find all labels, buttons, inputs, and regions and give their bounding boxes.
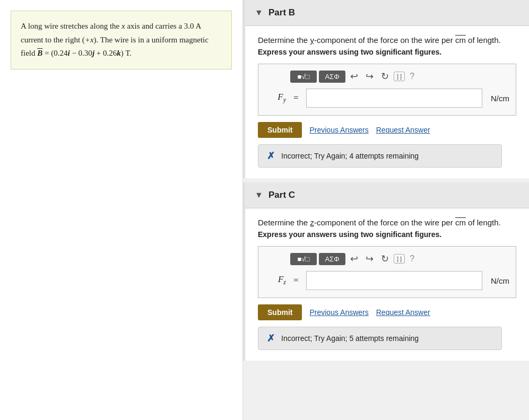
- part-c-answer-box: ■√□ AΣΦ ↩ ↪ ↻ ] ] ? Fz = N/cm: [258, 246, 516, 298]
- part-c-unit: N/cm: [491, 276, 509, 285]
- part-c-toolbar: ■√□ AΣΦ ↩ ↪ ↻ ] ] ?: [265, 252, 509, 266]
- part-b-refresh-btn[interactable]: ↻: [378, 69, 392, 83]
- part-b-label: Part B: [268, 7, 295, 18]
- part-b-collapse-icon: ▼: [255, 8, 263, 18]
- part-b-toolbar: ■√□ AΣΦ ↩ ↪ ↻ ] ] ?: [265, 69, 509, 83]
- part-b-formula-label: Fy: [265, 92, 286, 104]
- part-b-input-row: Fy = N/cm: [265, 89, 509, 108]
- part-b-math-btn[interactable]: ■√□: [290, 71, 317, 83]
- part-b-answer-input[interactable]: [306, 89, 482, 108]
- part-b-description: Determine the y-component of the force o…: [258, 36, 516, 45]
- part-c-component-label: z: [310, 218, 314, 227]
- part-b-section: ▼ Part B Determine the y-component of th…: [243, 0, 529, 178]
- part-b-action-row: Submit Previous Answers Request Answer: [258, 122, 516, 138]
- part-b-component-label: y: [310, 36, 314, 45]
- part-c-alpha-btn[interactable]: AΣΦ: [319, 253, 345, 265]
- part-c-collapse-icon: ▼: [255, 190, 263, 200]
- part-c-submit-button[interactable]: Submit: [258, 304, 302, 320]
- part-b-unit: N/cm: [491, 94, 509, 103]
- part-c-answer-input[interactable]: [306, 271, 482, 290]
- part-b-request-answer-link[interactable]: Request Answer: [376, 126, 430, 134]
- problem-text: A long wire stretches along the x axis a…: [21, 22, 209, 57]
- part-b-body: Determine the y-component of the force o…: [245, 26, 529, 178]
- part-c-section: ▼ Part C Determine the z-component of th…: [243, 182, 529, 361]
- problem-statement: A long wire stretches along the x axis a…: [11, 11, 232, 69]
- part-c-keyboard-btn[interactable]: ] ]: [394, 254, 405, 264]
- part-b-equals: =: [293, 93, 299, 103]
- part-c-formula-label: Fz: [265, 274, 286, 286]
- part-b-feedback-box: ✗ Incorrect; Try Again; 4 attempts remai…: [258, 144, 502, 168]
- part-b-keyboard-btn[interactable]: ] ]: [394, 72, 405, 81]
- part-c-refresh-btn[interactable]: ↻: [378, 252, 392, 266]
- part-c-feedback-box: ✗ Incorrect; Try Again; 5 attempts remai…: [258, 327, 502, 350]
- part-c-prev-answers-link[interactable]: Previous Answers: [309, 308, 368, 317]
- part-c-incorrect-icon: ✗: [267, 332, 275, 344]
- part-c-instruction: Express your answers using two significa…: [258, 230, 516, 239]
- part-b-submit-button[interactable]: Submit: [258, 122, 302, 138]
- part-c-action-row: Submit Previous Answers Request Answer: [258, 304, 516, 320]
- part-b-incorrect-icon: ✗: [267, 150, 275, 162]
- part-b-redo-btn[interactable]: ↪: [363, 69, 376, 83]
- part-c-input-row: Fz = N/cm: [265, 271, 509, 290]
- part-c-equals: =: [293, 275, 299, 286]
- part-c-request-answer-link[interactable]: Request Answer: [376, 308, 430, 317]
- right-panel: ▼ Part B Determine the y-component of th…: [243, 0, 529, 420]
- part-c-redo-btn[interactable]: ↪: [363, 252, 376, 266]
- part-b-answer-box: ■√□ AΣΦ ↩ ↪ ↻ ] ] ? Fy = N/cm: [258, 64, 516, 116]
- part-c-header[interactable]: ▼ Part C: [245, 182, 529, 208]
- part-c-label: Part C: [268, 190, 295, 200]
- part-b-feedback-text: Incorrect; Try Again; 4 attempts remaini…: [281, 152, 419, 160]
- part-b-header[interactable]: ▼ Part B: [245, 0, 529, 26]
- part-b-help-btn[interactable]: ?: [407, 71, 417, 82]
- part-c-description: Determine the z-component of the force o…: [258, 218, 516, 227]
- part-b-undo-btn[interactable]: ↩: [348, 69, 361, 83]
- part-c-math-btn[interactable]: ■√□: [290, 253, 317, 265]
- part-b-alpha-btn[interactable]: AΣΦ: [319, 71, 345, 83]
- part-c-help-btn[interactable]: ?: [407, 253, 417, 265]
- left-panel: A long wire stretches along the x axis a…: [0, 0, 243, 420]
- part-c-feedback-text: Incorrect; Try Again; 5 attempts remaini…: [281, 334, 419, 343]
- part-c-undo-btn[interactable]: ↩: [348, 252, 361, 266]
- part-b-prev-answers-link[interactable]: Previous Answers: [309, 126, 368, 134]
- part-b-instruction: Express your answers using two significa…: [258, 48, 516, 56]
- part-c-body: Determine the z-component of the force o…: [245, 208, 529, 361]
